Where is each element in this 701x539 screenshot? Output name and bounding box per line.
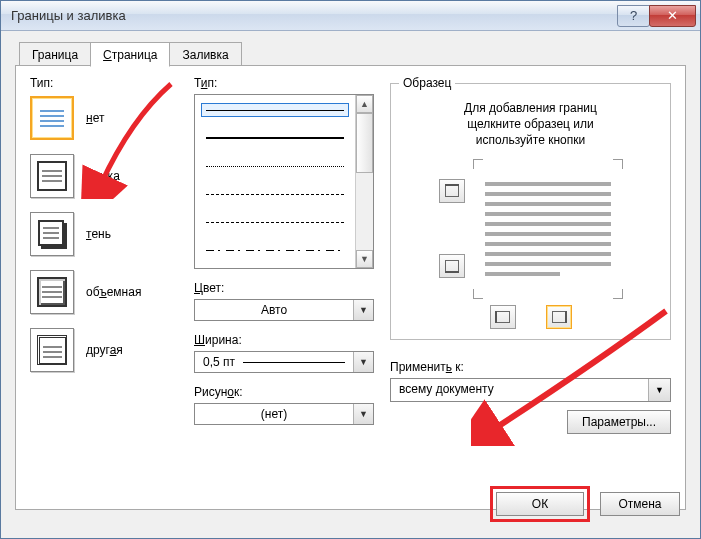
color-combo[interactable]: Авто ▼ [194,299,374,321]
style-solid-thin[interactable] [201,103,349,117]
border-left-button[interactable] [490,305,516,329]
setting-label: нет [86,111,104,125]
setting-shadow[interactable]: тень [30,212,178,256]
scroll-thumb[interactable] [356,113,373,173]
style-dashed[interactable] [201,215,349,229]
dialog-body: Граница Страница Заливка Тип: нет [1,31,700,538]
tab-label: Страница [103,48,157,62]
setting-label: другая [86,343,123,357]
chevron-down-icon: ▼ [353,352,373,372]
style-heading: Тип: [194,76,374,90]
setting-box[interactable]: рамка [30,154,178,198]
window-title: Границы и заливка [11,8,618,23]
ok-highlight-annotation: ОК [490,486,590,522]
width-value: 0,5 пт [195,355,353,369]
window-buttons: ? ✕ [618,5,696,27]
setting-list: нет рамка тень [30,96,178,372]
preview-side-buttons [439,159,465,299]
setting-label: тень [86,227,111,241]
style-listbox[interactable]: ▲ ▼ [194,94,374,269]
help-button[interactable]: ? [617,5,650,27]
apply-row: Применить к: всему документу ▼ [390,360,671,402]
width-heading: Ширина: [194,333,374,347]
style-column: Тип: ▲ ▼ [194,76,374,499]
setting-none[interactable]: нет [30,96,178,140]
color-heading: Цвет: [194,281,374,295]
tab-label: Граница [32,48,78,62]
scroll-track[interactable] [356,173,373,250]
chevron-down-icon: ▼ [353,404,373,424]
border-right-button[interactable] [546,305,572,329]
ok-button[interactable]: ОК [496,492,584,516]
setting-3d[interactable]: объемная [30,270,178,314]
tab-panel: Тип: нет рамка [15,65,686,510]
width-combo[interactable]: 0,5 пт ▼ [194,351,374,373]
scroll-down-icon[interactable]: ▼ [356,250,373,268]
preview-legend: Образец [399,76,455,90]
tab-row: Граница Страница Заливка [19,42,686,66]
setting-none-icon [30,96,74,140]
preview-bottom-buttons [399,305,662,329]
border-top-button[interactable] [439,179,465,203]
preview-group: Образец Для добавления границ щелкните о… [390,76,671,340]
setting-custom[interactable]: другая [30,328,178,372]
preview-area [399,159,662,299]
preview-hint: Для добавления границ щелкните образец и… [399,100,662,149]
setting-box-icon [30,154,74,198]
apply-combo[interactable]: всему документу ▼ [390,378,671,402]
dialog-buttons: ОК Отмена [490,486,680,522]
tab-shading[interactable]: Заливка [169,42,241,66]
apply-value: всему документу [391,379,648,401]
tab-label: Заливка [182,48,228,62]
style-scrollbar[interactable]: ▲ ▼ [355,95,373,268]
setting-shadow-icon [30,212,74,256]
art-heading: Рисунок: [194,385,374,399]
chevron-down-icon: ▼ [353,300,373,320]
setting-custom-icon [30,328,74,372]
border-bottom-button[interactable] [439,254,465,278]
tab-page[interactable]: Страница [90,42,170,67]
setting-3d-icon [30,270,74,314]
art-combo[interactable]: (нет) ▼ [194,403,374,425]
style-list-inner [195,95,355,268]
chevron-down-icon: ▼ [648,379,670,401]
setting-column: Тип: нет рамка [30,76,178,499]
style-dashed-fine[interactable] [201,187,349,201]
setting-heading: Тип: [30,76,178,90]
setting-label: рамка [86,169,120,183]
setting-label: объемная [86,285,141,299]
style-dashdot[interactable] [201,243,349,257]
style-solid-thick[interactable] [201,131,349,145]
apply-label: Применить к: [390,360,671,374]
color-value: Авто [195,303,353,317]
preview-page[interactable] [473,159,623,299]
preview-column: Образец Для добавления границ щелкните о… [390,76,671,499]
close-button[interactable]: ✕ [649,5,696,27]
params-row: Параметры... [390,410,671,434]
dialog-window: Границы и заливка ? ✕ Граница Страница З… [0,0,701,539]
scroll-up-icon[interactable]: ▲ [356,95,373,113]
width-preview-line [243,362,345,363]
options-button[interactable]: Параметры... [567,410,671,434]
cancel-button[interactable]: Отмена [600,492,680,516]
titlebar: Границы и заливка ? ✕ [1,1,700,31]
tab-borders[interactable]: Граница [19,42,91,66]
art-value: (нет) [195,407,353,421]
style-dotted[interactable] [201,159,349,173]
